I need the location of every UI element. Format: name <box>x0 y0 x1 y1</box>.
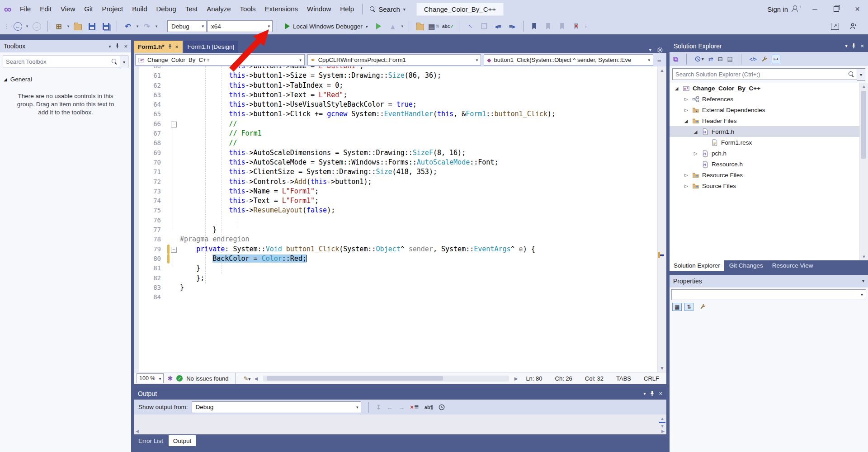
code-line[interactable]: 64 this->button1->UseVisualStyleBackColo… <box>139 100 657 109</box>
code-line[interactable]: 78#pragma endregion <box>139 235 657 244</box>
search-control[interactable]: Search ▾ <box>366 5 409 13</box>
collapsed-icon[interactable]: ▷ <box>683 184 689 188</box>
code-line[interactable]: 73 this->Name = L"Form1"; <box>139 187 657 196</box>
toolbar-overflow[interactable]: ⋮ <box>584 24 588 28</box>
close-icon[interactable]: × <box>860 42 864 49</box>
menu-item-extensions[interactable]: Extensions <box>260 0 302 18</box>
increase-indent-button[interactable]: ≡▸ <box>505 20 519 33</box>
close-button[interactable]: × <box>847 0 868 18</box>
new-project-button[interactable]: ⊞ <box>52 20 66 33</box>
scroll-down-icon[interactable]: ▼ <box>660 424 665 428</box>
find-in-files-button[interactable] <box>413 20 427 33</box>
tree-item-form1-h[interactable]: ◢Form1.h <box>670 126 868 137</box>
expanded-icon[interactable]: ◢ <box>683 118 689 123</box>
scrollbar-thumb[interactable] <box>861 91 866 159</box>
code-line[interactable]: 81 } <box>139 264 657 273</box>
close-icon[interactable]: × <box>659 390 662 397</box>
sign-in-button[interactable]: Sign in + <box>763 5 804 13</box>
status-indent-mode[interactable]: TABS <box>612 375 636 382</box>
menu-item-window[interactable]: Window <box>302 0 335 18</box>
tree-item-external-dependencies[interactable]: ▷External Dependencies <box>670 104 868 115</box>
preview-selected-items-icon[interactable]: ↦ <box>772 55 780 63</box>
output-content[interactable]: ▲ ▼ ◀ ▶ <box>134 414 666 434</box>
close-icon[interactable]: × <box>124 43 127 50</box>
output-source-select[interactable]: Debug ▾ <box>192 401 361 413</box>
scroll-down-icon[interactable]: ▼ <box>658 364 666 372</box>
goto-message-icon[interactable]: ↧ <box>376 404 382 411</box>
tree-item-change-color-by-c-[interactable]: ◢Change_Color_By_C++ <box>670 83 868 94</box>
menu-item-build[interactable]: Build <box>127 0 151 18</box>
solution-platform-select[interactable]: x64 ▾ <box>207 20 273 32</box>
tree-item-header-files[interactable]: ◢Header Files <box>670 115 868 126</box>
undo-button[interactable]: ↶ <box>121 20 135 33</box>
scroll-left-icon[interactable]: ◀ <box>254 376 258 381</box>
toggle-bookmark-button[interactable] <box>528 20 541 33</box>
search-options-dropdown[interactable]: ▾ <box>857 68 865 81</box>
member-dropdown[interactable]: ◆ button1_Click(System::Object ^ sender,… <box>484 54 653 66</box>
previous-message-icon[interactable]: ← <box>387 404 393 411</box>
properties-grid[interactable] <box>670 313 868 452</box>
bottom-tab-output[interactable]: Output <box>169 435 196 446</box>
code-line[interactable]: 60 this->button1->Name = L"button1"; <box>139 66 657 71</box>
toolbox-header[interactable]: Toolbox ▾ × <box>0 40 131 52</box>
tree-vertical-scrollbar[interactable]: ▲ ▼ <box>859 83 868 260</box>
expanded-icon[interactable]: ◢ <box>692 129 699 134</box>
redo-button[interactable]: ↷ <box>140 20 154 33</box>
previous-bookmark-button[interactable] <box>542 20 555 33</box>
minimize-button[interactable]: ─ <box>804 0 826 18</box>
save-all-button[interactable] <box>99 20 113 33</box>
code-line[interactable]: 68 // <box>139 138 657 148</box>
code-line[interactable]: 66– // <box>139 119 657 129</box>
open-file-button[interactable] <box>71 20 85 33</box>
collapsed-icon[interactable]: ▷ <box>683 97 689 102</box>
scroll-up-icon[interactable]: ▲ <box>660 416 665 421</box>
categorized-view-icon[interactable]: ▦ <box>672 303 682 311</box>
spell-check-button[interactable]: abc✓ <box>441 20 455 33</box>
dock-tab-solution-explorer[interactable]: Solution Explorer <box>670 260 724 271</box>
collapsed-icon[interactable]: ▷ <box>692 151 699 156</box>
close-icon[interactable]: × <box>175 44 179 50</box>
menu-item-project[interactable]: Project <box>97 0 127 18</box>
start-without-debugging-button[interactable] <box>372 20 386 33</box>
reader-mode-icon[interactable]: ✱ <box>167 375 173 382</box>
code-line[interactable]: 61 this->button1->Size = System::Drawing… <box>139 71 657 80</box>
solution-explorer-search-input[interactable]: Search Solution Explorer (Ctrl+;) <box>672 68 857 80</box>
menu-item-help[interactable]: Help <box>335 0 359 18</box>
code-line[interactable]: 62 this->button1->TabIndex = 0; <box>139 81 657 90</box>
code-line[interactable]: 67 // Form1 <box>139 129 657 138</box>
new-project-dropdown[interactable]: ▾ <box>66 24 71 28</box>
switch-views-icon[interactable]: ⧉ <box>673 55 678 63</box>
undo-dropdown[interactable]: ▾ <box>135 24 140 28</box>
code-line[interactable]: 80 BackColor = Color::Red; <box>139 254 657 264</box>
code-editor[interactable]: 60 this->button1->Name = L"button1";61 t… <box>134 66 666 372</box>
decrease-indent-button[interactable]: ◂≡ <box>491 20 505 33</box>
word-wrap-icon[interactable]: ab¶ <box>425 405 433 410</box>
health-check-icon[interactable]: ✓ <box>176 375 183 381</box>
scrollbar-thumb[interactable] <box>267 376 443 381</box>
scroll-right-icon[interactable]: ▶ <box>514 376 518 381</box>
pin-icon[interactable] <box>851 43 856 49</box>
toolbox-search-dropdown[interactable]: ▾ <box>120 56 128 68</box>
tree-item-form1-resx[interactable]: Form1.resx <box>670 137 868 148</box>
code-line[interactable]: 70 this->AutoScaleMode = System::Windows… <box>139 158 657 167</box>
navigate-forward-button[interactable]: → <box>30 20 43 33</box>
restore-button[interactable] <box>826 0 847 18</box>
scroll-down-icon[interactable]: ▼ <box>860 254 868 259</box>
tab-form1-h-design[interactable]: Form1.h [Design] <box>184 41 239 53</box>
toolbox-search-input[interactable]: Search Toolbox <box>3 56 120 67</box>
menu-item-test[interactable]: Test <box>181 0 203 18</box>
start-debugging-button[interactable]: Local Windows Debugger ▾ <box>281 20 372 33</box>
code-cleanup-icon[interactable]: ✎▾ <box>243 375 250 382</box>
pin-icon[interactable] <box>168 44 172 49</box>
show-all-files-icon[interactable]: ▤ <box>727 56 733 62</box>
code-line[interactable]: 77 } <box>139 225 657 235</box>
tree-item-resource-files[interactable]: ▷Resource Files <box>670 170 868 180</box>
status-line-ending[interactable]: CRLF <box>639 375 664 382</box>
fold-collapse-icon[interactable]: – <box>171 247 177 253</box>
alphabetical-sort-icon[interactable]: ⇅ <box>684 303 693 311</box>
solution-explorer-header[interactable]: Solution Explorer ▾ × <box>670 40 868 52</box>
properties-object-select[interactable]: ▾ <box>671 289 866 300</box>
menu-item-view[interactable]: View <box>56 0 80 18</box>
menu-item-tools[interactable]: Tools <box>236 0 260 18</box>
toolbar-grip[interactable]: ⋮ <box>4 23 9 30</box>
